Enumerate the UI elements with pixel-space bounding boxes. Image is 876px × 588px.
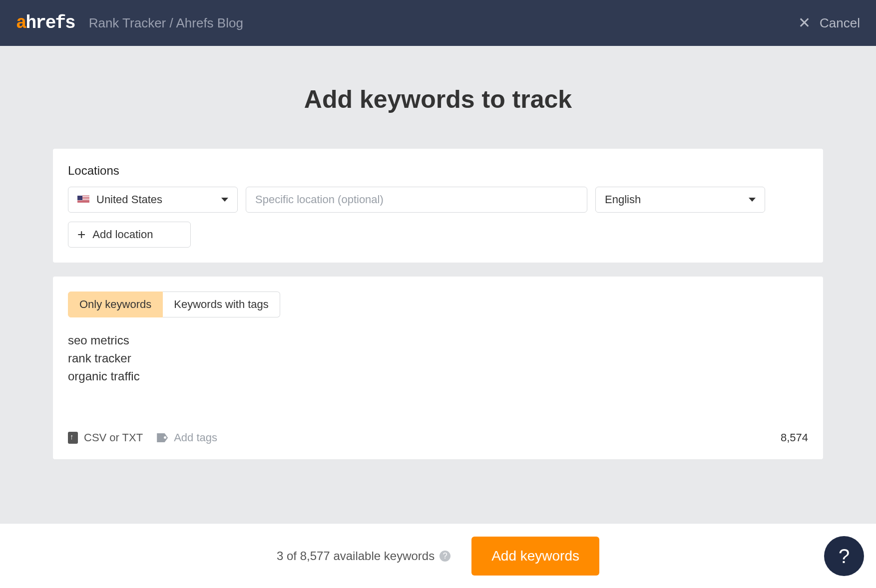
keywords-panel: Only keywords Keywords with tags seo met… bbox=[53, 277, 823, 459]
tab-keywords-with-tags[interactable]: Keywords with tags bbox=[163, 292, 280, 317]
app-header: ahrefs Rank Tracker / Ahrefs Blog ✕ Canc… bbox=[0, 0, 876, 46]
chevron-down-icon bbox=[221, 198, 228, 202]
language-select[interactable]: English bbox=[595, 187, 765, 213]
keywords-textarea[interactable]: seo metrics rank tracker organic traffic bbox=[68, 331, 808, 426]
close-icon: ✕ bbox=[798, 15, 811, 30]
keyword-mode-tabs: Only keywords Keywords with tags bbox=[68, 292, 808, 317]
bottom-bar: 3 of 8,577 available keywords ? Add keyw… bbox=[0, 523, 876, 588]
upload-csv-button[interactable]: CSV or TXT bbox=[68, 431, 143, 444]
keywords-panel-footer: CSV or TXT Add tags 8,574 bbox=[68, 431, 808, 444]
chevron-down-icon bbox=[749, 198, 756, 202]
add-tags-button[interactable]: Add tags bbox=[157, 431, 217, 444]
cancel-button[interactable]: ✕ Cancel bbox=[798, 15, 860, 31]
add-location-button[interactable]: + Add location bbox=[68, 222, 191, 248]
country-select[interactable]: United States bbox=[68, 187, 238, 213]
help-tooltip-icon[interactable]: ? bbox=[439, 551, 450, 562]
logo-rest: hrefs bbox=[26, 13, 75, 33]
tab-only-label: Only keywords bbox=[79, 298, 151, 311]
add-tags-label: Add tags bbox=[174, 431, 217, 444]
add-location-label: Add location bbox=[92, 228, 153, 241]
locations-row: United States Specific location (optiona… bbox=[68, 187, 808, 213]
question-icon: ? bbox=[839, 545, 850, 568]
flag-us-icon bbox=[77, 196, 89, 204]
tag-icon bbox=[157, 433, 168, 442]
breadcrumb[interactable]: Rank Tracker / Ahrefs Blog bbox=[89, 15, 243, 31]
country-value: United States bbox=[96, 193, 162, 206]
plus-icon: + bbox=[77, 227, 85, 243]
logo[interactable]: ahrefs bbox=[16, 13, 75, 33]
available-keywords-text: 3 of 8,577 available keywords ? bbox=[277, 549, 450, 563]
language-value: English bbox=[605, 193, 641, 206]
page-title: Add keywords to track bbox=[0, 85, 876, 114]
help-fab-button[interactable]: ? bbox=[824, 536, 864, 576]
tab-only-keywords[interactable]: Only keywords bbox=[68, 292, 163, 317]
locations-panel: Locations United States Specific locatio… bbox=[53, 149, 823, 263]
cancel-label: Cancel bbox=[820, 15, 860, 31]
available-label: 3 of 8,577 available keywords bbox=[277, 549, 435, 563]
upload-label: CSV or TXT bbox=[84, 431, 143, 444]
locations-label: Locations bbox=[68, 164, 808, 178]
header-left: ahrefs Rank Tracker / Ahrefs Blog bbox=[16, 13, 243, 33]
add-keywords-button[interactable]: Add keywords bbox=[471, 537, 599, 576]
upload-icon bbox=[68, 432, 78, 444]
specific-location-placeholder: Specific location (optional) bbox=[255, 193, 384, 206]
tab-with-tags-label: Keywords with tags bbox=[174, 298, 269, 311]
character-count: 8,574 bbox=[781, 431, 808, 444]
logo-a: a bbox=[16, 13, 26, 33]
specific-location-input[interactable]: Specific location (optional) bbox=[246, 187, 587, 213]
